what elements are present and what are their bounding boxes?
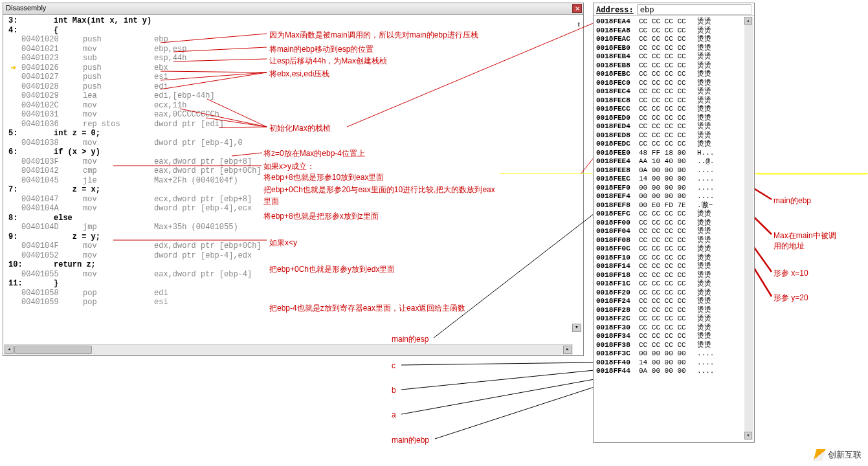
scroll-up-icon[interactable]: ▴: [744, 17, 752, 25]
memory-scrollbar[interactable]: ▴ ▾: [744, 17, 753, 440]
memory-row[interactable]: 0018FF34CC CC CC CC烫烫: [596, 332, 751, 341]
memory-row[interactable]: 0018FF2CCC CC CC CC烫烫: [596, 315, 751, 324]
annotation-text: 初始化Max的栈桢: [269, 123, 331, 134]
memory-row[interactable]: 0018FF00CC CC CC CC烫烫: [596, 219, 751, 228]
annotation-text: 如果x<y: [269, 238, 297, 249]
memory-row[interactable]: 0018FED4CC CC CC CC烫烫: [596, 122, 751, 131]
asm-line[interactable]: 00401047movecx,dword ptr [ebp+8]: [8, 195, 578, 205]
asm-line[interactable]: 0040104DjmpMax+35h (00401055): [8, 223, 578, 232]
memory-row[interactable]: 0018FEFCCC CC CC CC烫烫: [596, 210, 751, 219]
memory-row[interactable]: 0018FF4014 00 00 00....: [596, 359, 751, 368]
memory-row[interactable]: 0018FEA8CC CC CC CC烫烫: [596, 27, 751, 36]
address-label: Address:: [596, 5, 634, 14]
annotation-text: 将ebp+8也就是形参10放到eax里面: [263, 172, 384, 183]
asm-line[interactable]: 00401058popedi: [8, 289, 578, 298]
memory-row[interactable]: 0018FF18CC CC CC CC烫烫: [596, 271, 751, 280]
svg-line-18: [401, 379, 594, 414]
memory-row[interactable]: 0018FEC4CC CC CC CC烫烫: [596, 87, 751, 96]
watermark-text: 创新互联: [828, 449, 862, 461]
annotation-text: 将main的ebp移动到esp的位置: [269, 44, 373, 55]
asm-line[interactable]: 0040102Cmovecx,11h: [8, 101, 578, 111]
annotation-text: 将ebp+8也就是把形参x放到z里面: [263, 211, 379, 222]
memory-row[interactable]: 0018FF10CC CC CC CC烫烫: [596, 254, 751, 263]
memory-row[interactable]: 0018FEE80A 00 00 00....: [596, 166, 751, 175]
annotation-text: 把ebp-4也就是z放到寄存器eax里面，让eax返回给主函数: [269, 303, 465, 314]
asm-line[interactable]: 00401052movdword ptr [ebp-4],edx: [8, 251, 578, 261]
asm-line[interactable]: 00401028pushedi: [8, 82, 578, 92]
scroll-down-icon[interactable]: ▾: [572, 324, 581, 332]
memory-row[interactable]: 0018FF08CC CC CC CC烫烫: [596, 236, 751, 245]
scroll-down-icon[interactable]: ▾: [744, 432, 752, 439]
memory-row[interactable]: 0018FF24CC CC CC CC烫烫: [596, 297, 751, 306]
memory-row[interactable]: 0018FEC0CC CC CC CC烫烫: [596, 79, 751, 88]
memory-window: Address: ▴ ▾ 0018FEA4CC CC CC CC烫烫0018FE…: [593, 3, 755, 443]
annotation-text: 里面: [263, 196, 279, 207]
memory-row[interactable]: 0018FED8CC CC CC CC烫烫: [596, 131, 751, 140]
memory-row[interactable]: 0018FEE4AA 10 40 00..@.: [596, 157, 751, 166]
memory-row[interactable]: 0018FF38CC CC CC CC烫烫: [596, 341, 751, 350]
asm-line[interactable]: 00401038movdword ptr [ebp-4],0: [8, 139, 578, 148]
memory-row[interactable]: 0018FF3C00 00 00 00....: [596, 350, 751, 359]
watermark: 创新互联: [814, 449, 862, 461]
memory-row[interactable]: 0018FEEC14 00 00 00....: [596, 175, 751, 184]
annotation-text: c: [392, 361, 395, 370]
watermark-logo-icon: [814, 449, 825, 461]
memory-row[interactable]: 0018FEB4CC CC CC CC烫烫: [596, 52, 751, 61]
memory-header: Address:: [594, 3, 754, 16]
instruction-pointer-icon: [12, 65, 20, 73]
annotation-text: 如果x>y成立：: [263, 161, 315, 172]
memory-row[interactable]: 0018FEF800 E0 FD 7E.嗷~: [596, 201, 751, 210]
annotation-text: 把ebp+0Ch也就是形参y放到edx里面: [269, 264, 395, 275]
annotation-text: 将ebx,esi,edi压栈: [269, 69, 329, 80]
source-line[interactable]: 11: }: [8, 279, 578, 289]
memory-row[interactable]: 0018FEB0CC CC CC CC烫烫: [596, 44, 751, 53]
annotation-text: b: [392, 386, 396, 395]
annotation-text: a: [392, 410, 396, 419]
highlight-line: [756, 173, 867, 175]
memory-hex-view[interactable]: ▴ ▾ 0018FEA4CC CC CC CC烫烫0018FEA8CC CC C…: [594, 16, 754, 441]
annotation-text: main的esp: [392, 334, 428, 345]
annotation-text: 让esp后移动44h，为Max创建栈桢: [269, 56, 387, 67]
scroll-left-icon[interactable]: ◂: [5, 346, 14, 354]
asm-line[interactable]: 00401029leaedi,[ebp-44h]: [8, 91, 578, 101]
memory-row[interactable]: 0018FF0CCC CC CC CC烫烫: [596, 245, 751, 254]
disassembly-titlebar[interactable]: Disassembly ✕: [3, 3, 583, 15]
memory-row[interactable]: 0018FEE048 FF 18 00H...: [596, 149, 751, 158]
memory-row[interactable]: 0018FEB8CC CC CC CC烫烫: [596, 61, 751, 71]
address-input[interactable]: [638, 5, 751, 15]
scroll-thumb[interactable]: [14, 346, 92, 354]
svg-line-17: [401, 370, 594, 390]
memory-row[interactable]: 0018FF30CC CC CC CC烫烫: [596, 324, 751, 333]
source-line[interactable]: 3: int Max(int x, int y): [8, 16, 578, 26]
memory-row[interactable]: 0018FEDCCC CC CC CC烫烫: [596, 140, 751, 149]
annotation-text: 因为Max函数是被main调用的，所以先对main的ebp进行压栈: [269, 30, 478, 41]
memory-row[interactable]: 0018FEC8CC CC CC CC烫烫: [596, 96, 751, 105]
disassembly-title-text: Disassembly: [6, 4, 46, 12]
scroll-right-icon[interactable]: ▸: [563, 346, 572, 354]
memory-row[interactable]: 0018FF14CC CC CC CC烫烫: [596, 262, 751, 271]
memory-row[interactable]: 0018FF1CCC CC CC CC烫烫: [596, 280, 751, 289]
annotation-text: Max在main中被调: [773, 230, 836, 241]
asm-line[interactable]: 00401031moveax,0CCCCCCCCh: [8, 110, 578, 120]
annotation-text: 形参 x=10: [773, 268, 808, 279]
memory-row[interactable]: 0018FEBCCC CC CC CC烫烫: [596, 70, 751, 79]
memory-row[interactable]: 0018FED0CC CC CC CC烫烫: [596, 114, 751, 123]
memory-row[interactable]: 0018FECCCC CC CC CC烫烫: [596, 105, 751, 114]
memory-row[interactable]: 0018FF04CC CC CC CC烫烫: [596, 227, 751, 236]
annotation-text: main的ebp: [773, 195, 811, 206]
svg-line-19: [435, 387, 594, 439]
close-button[interactable]: ✕: [572, 4, 582, 13]
annotation-text: 把ebp+0Ch也就是形参20与eax里面的10进行比较,把大的数放到eax: [263, 184, 495, 195]
memory-row[interactable]: 0018FEA4CC CC CC CC烫烫: [596, 17, 751, 27]
memory-row[interactable]: 0018FEF000 00 00 00....: [596, 184, 751, 193]
horizontal-scrollbar[interactable]: ◂ ▸: [4, 344, 573, 355]
memory-row[interactable]: 0018FEF400 00 00 00....: [596, 192, 751, 201]
svg-line-16: [401, 362, 594, 365]
memory-row[interactable]: 0018FF20CC CC CC CC烫烫: [596, 289, 751, 298]
annotation-text: 将z=0放在Max的ebp-4位置上: [263, 148, 365, 159]
annotation-text: 用的地址: [773, 241, 805, 252]
memory-row[interactable]: 0018FF28CC CC CC CC烫烫: [596, 306, 751, 315]
memory-row[interactable]: 0018FF440A 00 00 00....: [596, 367, 751, 376]
memory-row[interactable]: 0018FEACCC CC CC CC烫烫: [596, 35, 751, 44]
annotation-text: main的ebp: [392, 435, 429, 446]
